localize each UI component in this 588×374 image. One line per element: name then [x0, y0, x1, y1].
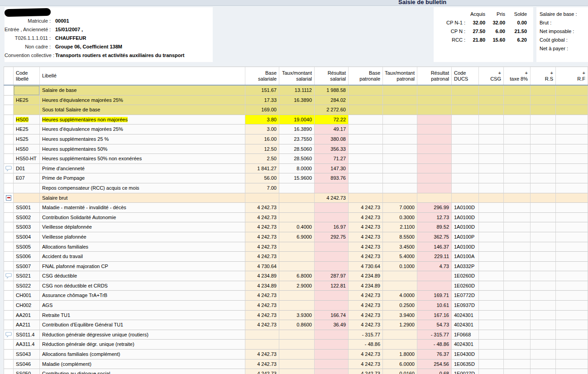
cell-taux-montant-salarial[interactable] [279, 369, 315, 374]
cell-libelle[interactable]: Maladie (complément) [40, 360, 245, 369]
cell-base-patronale[interactable]: 4 242.73 [349, 301, 383, 311]
cell-code-ducs[interactable] [452, 164, 479, 174]
cell-csg[interactable] [479, 340, 504, 350]
cell-base-salariale[interactable]: 4 730.64 [245, 262, 279, 272]
cell-r-f[interactable] [556, 330, 588, 340]
cell-libelle[interactable]: FNAL plafonné majoration CP [40, 262, 245, 272]
comment-bubble-icon[interactable] [5, 273, 12, 279]
payslip-row[interactable]: CH001Assurance chômage TrA+TrB4 242.734 … [4, 291, 588, 301]
cell-taxe-8[interactable] [504, 203, 531, 213]
cell-taux-montant-salarial[interactable]: 6.8000 [279, 271, 315, 281]
cell-taux-montant-salarial[interactable] [279, 262, 315, 272]
cell-base-patronale[interactable] [349, 96, 383, 105]
cell-r-s[interactable] [531, 252, 556, 262]
cell-code-ducs[interactable]: 1E0260D [452, 281, 479, 291]
cell-resultat-patronal[interactable]: 4.73 [417, 262, 452, 272]
cell-code-libelle[interactable]: SS046 [14, 360, 40, 369]
payslip-row[interactable]: SS050Contribution au dialogue social4 24… [4, 369, 588, 374]
cell-taux-montant-salarial[interactable]: 28.5060 [279, 154, 315, 164]
cell-taux-montant-patronal[interactable]: 3.4500 [383, 242, 417, 252]
cell-csg[interactable] [479, 252, 504, 262]
cell-base-patronale[interactable]: 4 242.73 [349, 369, 383, 374]
cell-libelle[interactable]: Vieillesse plafonnée [40, 232, 245, 242]
cell-base-salariale[interactable]: 4 242.73 [245, 320, 279, 330]
cell-base-patronale[interactable]: 4 242.73 [349, 311, 383, 321]
cell-csg[interactable] [479, 271, 504, 281]
cell-code-libelle[interactable]: HS00 [14, 115, 40, 125]
cell-r-f[interactable] [556, 164, 588, 174]
cell-taux-montant-patronal[interactable]: 1.2900 [383, 320, 417, 330]
cell-base-patronale[interactable] [349, 173, 383, 183]
cell-base-patronale[interactable]: 4 242.73 [349, 291, 383, 301]
comment-bubble-icon[interactable] [5, 166, 12, 172]
cell-base-patronale[interactable] [349, 86, 383, 96]
cell-code-libelle[interactable]: SS003 [14, 222, 40, 232]
cell-csg[interactable] [479, 183, 504, 193]
cell-code-ducs[interactable]: 1E0937D [452, 301, 479, 311]
cell-taxe-8[interactable] [504, 232, 531, 242]
cell-r-f[interactable] [556, 193, 588, 203]
cell-libelle[interactable]: Prime de Pompage [40, 173, 245, 183]
cell-taux-montant-patronal[interactable] [383, 154, 417, 164]
cell-r-s[interactable] [531, 320, 556, 330]
cell-r-s[interactable] [531, 173, 556, 183]
cell-resultat-salarial[interactable]: 147.30 [315, 164, 349, 174]
cell-r-s[interactable] [531, 144, 556, 154]
cell-r-s[interactable] [531, 369, 556, 374]
payslip-row[interactable]: Repos compensateur (RCC) acquis ce mois7… [4, 183, 588, 193]
cell-resultat-patronal[interactable]: 167.16 [417, 311, 452, 321]
cell-r-s[interactable] [531, 164, 556, 174]
cell-taux-montant-patronal[interactable] [383, 164, 417, 174]
cell-code-libelle[interactable]: HS25 [14, 134, 40, 144]
cell-code-libelle[interactable]: SS001 [14, 203, 40, 213]
payslip-row[interactable]: SS007FNAL plafonné majoration CP4 730.64… [4, 262, 588, 272]
cell-code-ducs[interactable] [452, 115, 479, 125]
cell-r-s[interactable] [531, 291, 556, 301]
cell-code-libelle[interactable]: HS50 [14, 144, 40, 154]
cell-taxe-8[interactable] [504, 115, 531, 125]
payslip-row[interactable]: HS25Heures supplémentaires 25 %16.0023.7… [4, 134, 588, 144]
cell-code-libelle[interactable]: E07 [14, 173, 40, 183]
cell-taxe-8[interactable] [504, 360, 531, 369]
cell-base-salariale[interactable]: 4 242.73 [245, 203, 279, 213]
cell-taux-montant-patronal[interactable] [383, 281, 417, 291]
cell-base-patronale[interactable]: 4 730.64 [349, 262, 383, 272]
cell-csg[interactable] [479, 242, 504, 252]
cell-taux-montant-patronal[interactable] [383, 105, 417, 115]
cell-csg[interactable] [479, 369, 504, 374]
cell-code-ducs[interactable]: 4024301 [452, 340, 479, 350]
cell-libelle[interactable]: Contribution au dialogue social [40, 369, 245, 374]
cell-resultat-patronal[interactable] [417, 134, 452, 144]
cell-taux-montant-salarial[interactable] [279, 360, 315, 369]
cell-r-s[interactable] [531, 86, 556, 96]
cell-base-patronale[interactable]: 4 242.73 [349, 232, 383, 242]
cell-resultat-patronal[interactable]: - 48.86 [417, 340, 452, 350]
payslip-row[interactable]: HE25Heures d'équivalence majorées 25%17.… [4, 96, 588, 105]
cell-resultat-salarial[interactable] [315, 350, 349, 360]
cell-libelle[interactable]: Repos compensateur (RCC) acquis ce mois [40, 183, 245, 193]
cell-libelle[interactable]: Heures supplémentaires 50% non exonérées [40, 154, 245, 164]
cell-base-salariale[interactable]: 4 242.73 [245, 350, 279, 360]
cell-code-ducs[interactable]: 1A0100D [452, 242, 479, 252]
cell-taux-montant-patronal[interactable] [383, 173, 417, 183]
cell-taux-montant-salarial[interactable]: 19.0040 [279, 115, 315, 125]
cell-base-salariale[interactable]: 12.50 [245, 144, 279, 154]
cell-csg[interactable] [479, 115, 504, 125]
cell-base-salariale[interactable]: 1 841.27 [245, 164, 279, 174]
cell-code-libelle[interactable] [14, 193, 40, 203]
cell-resultat-salarial[interactable] [315, 242, 349, 252]
cell-resultat-patronal[interactable] [417, 271, 452, 281]
payslip-row[interactable]: SS006Accident du travail4 242.734 242.73… [4, 252, 588, 262]
cell-r-f[interactable] [556, 369, 588, 374]
cell-code-libelle[interactable]: CH002 [14, 301, 40, 311]
cell-taux-montant-patronal[interactable]: 3.9400 [383, 311, 417, 321]
cell-r-s[interactable] [531, 232, 556, 242]
cell-r-s[interactable] [531, 125, 556, 134]
cell-code-ducs[interactable] [452, 173, 479, 183]
cell-csg[interactable] [479, 144, 504, 154]
cell-base-patronale[interactable]: 4 242.73 [349, 360, 383, 369]
cell-base-patronale[interactable] [349, 183, 383, 193]
cell-base-patronale[interactable]: 4 242.73 [349, 350, 383, 360]
cell-base-salariale[interactable]: 4 242.73 [245, 360, 279, 369]
cell-taux-montant-patronal[interactable]: 6.0000 [383, 360, 417, 369]
